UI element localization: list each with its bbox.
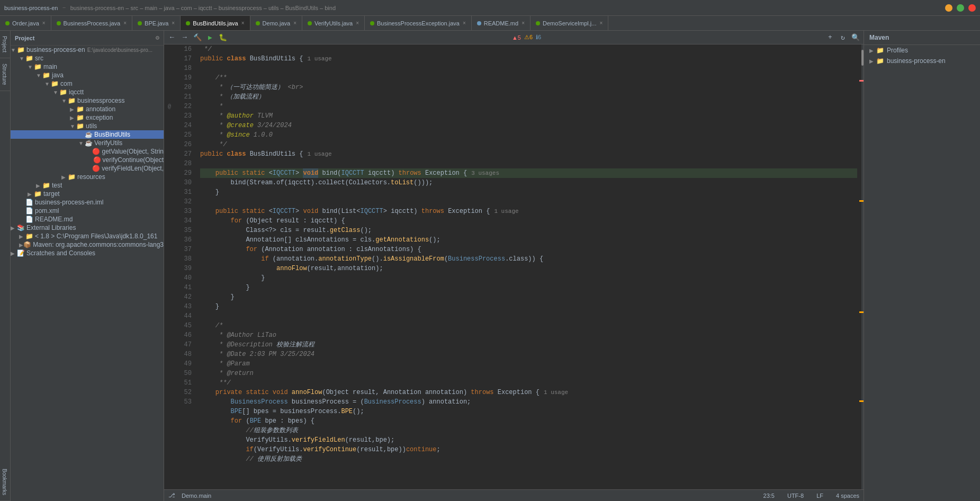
tab-label: BusBindUtils.java — [193, 20, 238, 26]
tab-bpexception[interactable]: BusinessProcessException.java × — [365, 16, 472, 31]
sidebar-settings-icon[interactable]: ⚙ — [156, 34, 159, 42]
side-tab-project[interactable]: Project — [0, 31, 10, 58]
tree-item-com[interactable]: ▼ 📁 com — [11, 79, 164, 88]
code-line-35: Class<?> cls = result.getClass(); — [200, 226, 857, 235]
tab-close-verify[interactable]: × — [356, 20, 359, 26]
scratches-label: Scratches and Consoles — [26, 249, 95, 257]
tab-close-busbind[interactable]: × — [241, 20, 245, 26]
tree-item-external-libraries[interactable]: ▶ 📚 External Libraries — [11, 223, 164, 232]
code-line-23: * @author TLVM — [200, 111, 857, 121]
code-line-31: } — [200, 187, 857, 197]
tree-item-exception[interactable]: ▶ 📁 exception — [11, 113, 164, 122]
tree-item-scratches[interactable]: ▶ 📝 Scratches and Consoles — [11, 249, 164, 257]
tab-dot — [186, 21, 190, 25]
tree-item-verifyfieldlen[interactable]: 🔴 verifyFieldLen(Object, — [11, 164, 164, 173]
code-content[interactable]: */ public class BusBindUtils { 1 usage /… — [196, 44, 857, 489]
code-line-18 — [200, 64, 857, 73]
tree-item-busbindutils[interactable]: ☕ BusBindUtils — [11, 130, 164, 139]
expand-arrow-icon: ▶ — [869, 48, 874, 53]
tree-item-target[interactable]: ▶ 📁 target — [11, 190, 164, 198]
tree-item-src[interactable]: ▼ 📁 src — [11, 54, 164, 62]
tab-close-bpe[interactable]: × — [172, 20, 175, 26]
warning-badge: ⚠6 — [524, 34, 533, 41]
tab-label: BusinessProcess.java — [64, 20, 121, 26]
tab-busbindutils[interactable]: BusBindUtils.java × — [181, 16, 250, 31]
tab-label: DemoServiceImpl.j... — [543, 20, 596, 26]
info-badge: ℹ6 — [536, 34, 541, 41]
tab-close-bpex[interactable]: × — [463, 20, 466, 26]
tab-verifyutils[interactable]: VerifyUtils.java × — [302, 16, 365, 31]
tree-item-getvalue[interactable]: 🔴 getValue(Object, Strin — [11, 147, 164, 156]
side-tab-bar: Project Structure Bookmarks — [0, 31, 11, 501]
code-line-28 — [200, 159, 857, 168]
tree-item-pom[interactable]: 📄 pom.xml — [11, 207, 164, 215]
side-tab-bookmarks[interactable]: Bookmarks — [0, 463, 10, 501]
tab-close-bp[interactable]: × — [123, 20, 127, 26]
tree-item-root[interactable]: ▼ 📁 business-process-en E:\java\code\bus… — [11, 46, 164, 54]
maven-panel-item-project[interactable]: ▶ 📁 business-process-en — [864, 56, 980, 66]
maven-panel-item-profiles[interactable]: ▶ 📁 Profiles — [864, 45, 980, 56]
project-label: business-process-en — [887, 57, 946, 65]
tab-close-readme[interactable]: × — [522, 20, 525, 26]
tab-readme[interactable]: README.md × — [472, 16, 531, 31]
sidebar-header: Project ⚙ — [11, 31, 164, 46]
code-line-38: if (annotation.annotationType().isAssign… — [200, 254, 857, 264]
tab-label: BusinessProcessException.java — [377, 20, 460, 26]
window-title: business-process-en — [4, 5, 58, 11]
editor-scrollbar[interactable] — [857, 44, 864, 489]
maximize-button[interactable] — [957, 4, 964, 12]
tree-item-businessprocess[interactable]: ▼ 📁 businessprocess — [11, 96, 164, 105]
tab-label: Order.java — [12, 20, 39, 26]
debug-icon[interactable]: 🐛 — [217, 32, 229, 43]
close-button[interactable] — [968, 4, 976, 12]
git-branch-icon: ⎇ — [168, 492, 175, 499]
sync-icon[interactable]: ↻ — [837, 32, 849, 43]
tab-close-order[interactable]: × — [42, 20, 46, 26]
tree-item-annotation[interactable]: ▶ 📁 annotation — [11, 105, 164, 113]
tree-item-iqcctt[interactable]: ▼ 📁 iqcctt — [11, 88, 164, 96]
line-numbers: 16 17 18 19 20 21 22 23 24 25 26 27 28 2… — [175, 44, 196, 489]
tree-item-java[interactable]: ▼ 📁 java — [11, 71, 164, 79]
tree-item-commons[interactable]: ▶ 📦 Maven: org.apache.commons:commons-la… — [11, 240, 164, 249]
tree-item-iml[interactable]: 📄 business-process-en.iml — [11, 198, 164, 207]
tree-item-test[interactable]: ▶ 📁 test — [11, 181, 164, 190]
tree-item-verifyutils[interactable]: ▼ ☕ VerifyUtils — [11, 139, 164, 147]
tab-close-demo[interactable]: × — [293, 20, 296, 26]
profiles-icon: 📁 — [876, 47, 884, 54]
tab-order[interactable]: Order.java × — [0, 16, 51, 31]
tree-item-jdk[interactable]: ▶ 📁 < 1.8 > C:\Program Files\Java\jdk1.8… — [11, 232, 164, 240]
tree-item-main[interactable]: ▼ 📁 main — [11, 62, 164, 71]
code-line-48: * @Date 2:03 PM 3/25/2024 — [200, 350, 857, 359]
code-line-34: for (Object result : iqcctt) { — [200, 216, 857, 226]
add-icon[interactable]: + — [824, 32, 836, 43]
editor-tab-bar: Order.java × BusinessProcess.java × BPE.… — [0, 16, 980, 31]
tree-item-utils[interactable]: ▼ 📁 utils — [11, 122, 164, 130]
tab-dot — [536, 21, 540, 25]
tab-dot — [477, 21, 481, 25]
minimize-button[interactable] — [945, 4, 952, 12]
code-editor[interactable]: @ — [164, 44, 864, 489]
git-branch-name: Demo.main — [182, 493, 211, 499]
tab-demo[interactable]: Demo.java × — [250, 16, 302, 31]
tree-item-readme-file[interactable]: 📄 README.md — [11, 215, 164, 223]
tab-bpe[interactable]: BPE.java × — [132, 16, 181, 31]
build-icon[interactable]: 🔨 — [192, 32, 203, 43]
code-line-51: **/ — [200, 378, 857, 388]
side-tab-structure[interactable]: Structure — [0, 58, 10, 91]
run-icon[interactable]: ▶ — [204, 32, 216, 43]
tree-item-resources[interactable]: ▶ 📁 resources — [11, 173, 164, 181]
error-badge: ▲5 — [512, 34, 521, 41]
tab-close-demoimpl[interactable]: × — [599, 20, 603, 26]
window-title-bar: business-process-en – business-process-e… — [0, 0, 980, 16]
tree-item-verifycontinue[interactable]: 🔴 verifyContinue(Object — [11, 156, 164, 164]
expand-arrow-icon2: ▶ — [869, 58, 874, 64]
navigate-forward-icon[interactable]: → — [179, 32, 191, 43]
breadcrumb: business-process-en – src – main – java … — [70, 5, 336, 11]
navigate-back-icon[interactable]: ← — [166, 32, 178, 43]
search-icon[interactable]: 🔍 — [850, 32, 861, 43]
tab-businessprocess[interactable]: BusinessProcess.java × — [51, 16, 132, 31]
tab-label: Demo.java — [263, 20, 291, 26]
editor-area: ← → 🔨 ▶ 🐛 ▲5 ⚠6 ℹ6 + ↻ 🔍 — [164, 31, 864, 501]
project-sidebar: Project ⚙ ▼ 📁 business-process-en E:\jav… — [11, 31, 164, 501]
tab-demoimpl[interactable]: DemoServiceImpl.j... × — [531, 16, 608, 31]
